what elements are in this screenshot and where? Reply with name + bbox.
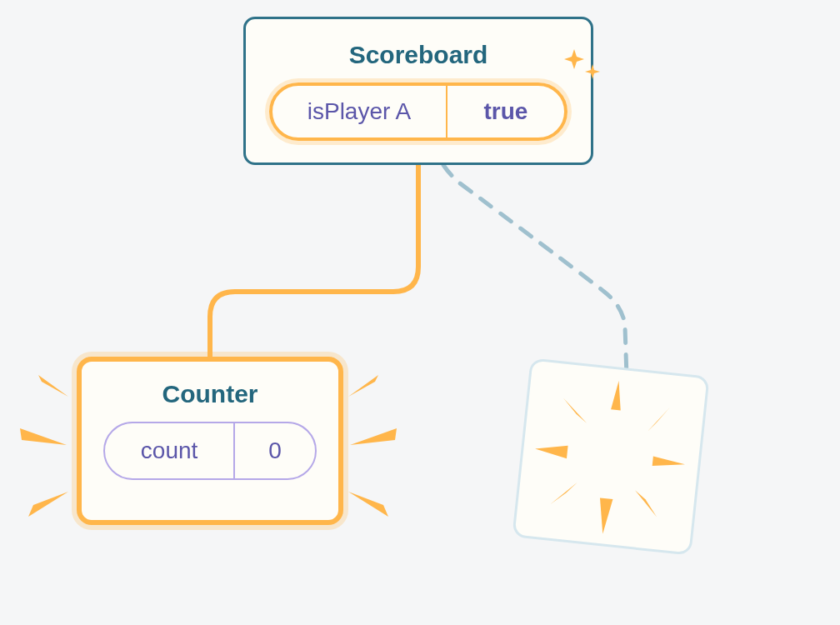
svg-marker-3 [348, 375, 378, 397]
svg-marker-12 [534, 442, 568, 459]
sparkle-icon [562, 48, 601, 86]
diagram-canvas: Scoreboard isPlayer A true Counter count… [0, 0, 840, 625]
state-label: count [141, 438, 198, 464]
counter-card: Counter count 0 [77, 357, 343, 525]
counter-state-pill: count 0 [103, 422, 317, 480]
poof-icon [515, 361, 708, 553]
removed-card-placeholder [512, 358, 709, 555]
scoreboard-state-pill: isPlayer A true [269, 82, 568, 141]
pill-label-cell: count [105, 423, 235, 478]
state-label: isPlayer A [308, 98, 412, 125]
pill-value-cell: true [448, 86, 564, 138]
svg-marker-13 [561, 398, 589, 422]
svg-marker-1 [20, 428, 67, 445]
svg-marker-6 [611, 381, 623, 411]
svg-marker-9 [632, 490, 659, 517]
svg-marker-0 [38, 375, 68, 397]
svg-marker-11 [551, 480, 578, 507]
svg-marker-7 [648, 406, 669, 433]
scoreboard-title: Scoreboard [269, 41, 568, 69]
scoreboard-card: Scoreboard isPlayer A true [243, 17, 593, 165]
svg-marker-5 [348, 492, 388, 517]
svg-marker-2 [28, 492, 68, 517]
svg-marker-10 [597, 498, 613, 534]
pill-label-cell: isPlayer A [272, 86, 448, 138]
emphasis-burst-left [17, 375, 75, 525]
pill-value-cell: 0 [235, 423, 315, 478]
emphasis-burst-right [342, 375, 400, 525]
svg-marker-4 [350, 428, 397, 445]
svg-marker-8 [652, 456, 686, 469]
counter-title: Counter [103, 380, 317, 408]
state-value: true [484, 98, 528, 125]
state-value: 0 [268, 438, 282, 464]
